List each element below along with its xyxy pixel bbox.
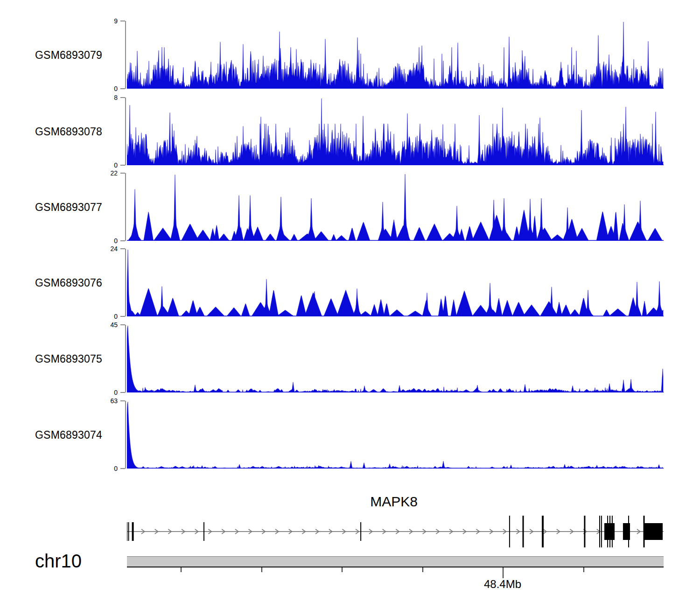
y-axis-max-label: 63 (98, 398, 118, 404)
signal-baseline (127, 165, 664, 166)
exon-line (599, 516, 600, 547)
chromosome-label: chr10 (35, 551, 82, 572)
exon-line (132, 522, 134, 541)
signal-baseline (127, 316, 664, 317)
genome-position-label: 48.4Mb (470, 578, 535, 591)
gene-name-label: MAPK8 (324, 494, 464, 510)
exon-line (584, 516, 585, 547)
y-axis-zero-label: 0 (98, 389, 118, 396)
exon-line (542, 516, 544, 547)
y-axis-bottom-tick (120, 468, 125, 469)
y-axis-bottom-tick (120, 316, 125, 317)
y-axis-top-tick (120, 400, 125, 401)
y-axis-bottom-tick (120, 88, 125, 89)
exon-line (360, 522, 361, 541)
coverage-track-gsm6893075: GSM6893075 45 0 (0, 325, 700, 392)
y-axis-max-label: 24 (98, 245, 118, 252)
axis-minor-tick (583, 567, 584, 572)
coverage-signal (127, 249, 664, 316)
chromosome-ideogram-bar (127, 556, 664, 567)
coverage-area (127, 250, 663, 316)
signal-baseline (127, 240, 664, 241)
track-label: GSM6893078 (35, 125, 102, 138)
signal-baseline (127, 88, 664, 89)
coverage-signal (127, 325, 664, 392)
y-axis-bottom-tick (120, 240, 125, 241)
coverage-area (127, 98, 663, 165)
coverage-track-gsm6893079: GSM6893079 9 0 (0, 21, 700, 89)
y-axis-line (125, 325, 126, 392)
signal-baseline (127, 468, 664, 469)
coverage-track-gsm6893078: GSM6893078 8 0 (0, 98, 700, 165)
y-axis-top-tick (120, 173, 125, 174)
coverage-signal (127, 21, 664, 89)
y-axis-top-tick (120, 248, 125, 249)
y-axis-bottom-tick (120, 165, 125, 166)
track-label: GSM6893079 (35, 49, 102, 61)
coverage-area (127, 22, 663, 89)
coverage-area (127, 402, 663, 469)
gene-model-track (127, 513, 664, 551)
track-label: GSM6893076 (35, 276, 102, 289)
coverage-signal (127, 98, 664, 165)
track-label: GSM6893074 (35, 428, 102, 441)
axis-minor-tick (342, 567, 343, 572)
exon-line (601, 516, 602, 547)
y-axis-max-label: 22 (98, 170, 118, 176)
axis-minor-tick (422, 567, 423, 572)
y-axis-top-tick (120, 324, 125, 325)
axis-minor-tick (181, 567, 182, 572)
coverage-track-gsm6893074: GSM6893074 63 0 (0, 401, 700, 469)
exon-box (604, 523, 615, 540)
coverage-area (127, 174, 663, 241)
exon-line (203, 522, 204, 541)
y-axis-max-label: 45 (98, 322, 118, 328)
axis-major-tick (503, 567, 504, 578)
genome-browser-figure: GSM6893079 9 0 GSM6893078 8 0 GSM6893077… (0, 0, 700, 616)
axis-minor-tick (261, 567, 262, 572)
y-axis-line (125, 401, 126, 469)
exon-line (509, 516, 510, 547)
y-axis-top-tick (120, 97, 125, 98)
y-axis-zero-label: 0 (98, 313, 118, 320)
coverage-track-gsm6893076: GSM6893076 24 0 (0, 249, 700, 316)
y-axis-line (125, 249, 126, 316)
y-axis-line (125, 173, 126, 241)
y-axis-line (125, 98, 126, 165)
y-axis-zero-label: 0 (98, 238, 118, 244)
exon-line (523, 516, 524, 547)
coverage-signal (127, 173, 664, 241)
coverage-signal (127, 401, 664, 469)
y-axis-zero-label: 0 (98, 162, 118, 168)
y-axis-zero-label: 0 (98, 465, 118, 472)
y-axis-line (125, 21, 126, 89)
coverage-track-gsm6893077: GSM6893077 22 0 (0, 173, 700, 241)
y-axis-max-label: 9 (98, 18, 118, 24)
exon-line (127, 522, 127, 541)
y-axis-max-label: 8 (98, 94, 118, 101)
track-label: GSM6893077 (35, 201, 102, 213)
signal-baseline (127, 392, 664, 393)
y-axis-bottom-tick (120, 392, 125, 393)
exon-line (128, 522, 129, 541)
y-axis-zero-label: 0 (98, 85, 118, 92)
genome-axis-ticks (127, 567, 664, 580)
exon-box (644, 523, 663, 540)
y-axis-top-tick (120, 21, 125, 21)
exon-box (623, 523, 630, 540)
coverage-area (127, 326, 663, 392)
track-label: GSM6893075 (35, 352, 102, 365)
